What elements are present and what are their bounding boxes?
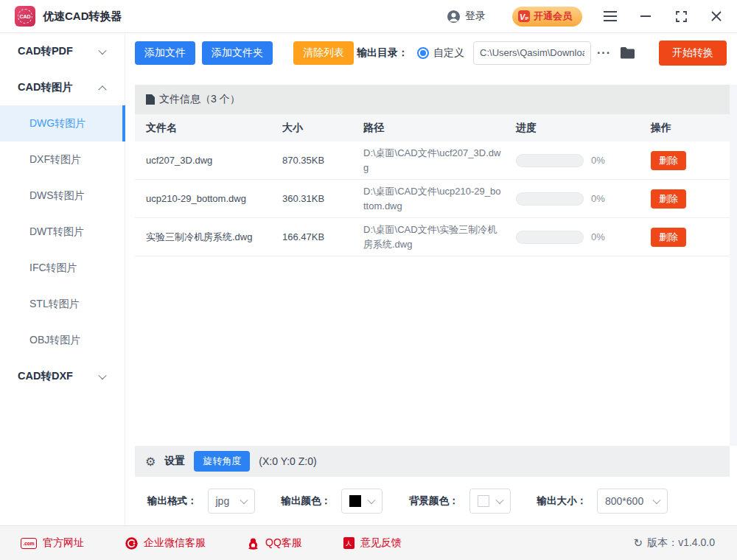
output-format-select[interactable]: jpg (208, 489, 255, 514)
file-name: ucp210-29_bottom.dwg (146, 187, 256, 211)
output-size-select[interactable]: 800*600 (597, 489, 668, 514)
file-info-band: 文件信息 （3 个） (135, 85, 730, 114)
start-convert-button[interactable]: 开始转换 (659, 41, 727, 66)
close-button[interactable] (709, 9, 724, 24)
chevron-down-icon (367, 496, 375, 504)
menu-button[interactable] (603, 9, 618, 24)
version-info: ↻ 版本：v1.4.0.0 (634, 536, 715, 550)
wechat-support-link[interactable]: 企业微信客服 (125, 536, 206, 550)
rotation-values: (X:0 Y:0 Z:0) (259, 455, 316, 467)
qq-support-link[interactable]: QQ客服 (247, 536, 302, 550)
nav-group-label: CAD转DXF (18, 369, 73, 383)
file-path: D:\桌面\CAD文件\实验三制冷机房系统.dwg (363, 218, 503, 256)
open-vip-button[interactable]: VIP 开通会员 (512, 7, 582, 27)
sidebar-item-obj-to-image[interactable]: OBJ转图片 (0, 322, 125, 358)
output-size-label: 输出大小： (537, 494, 587, 508)
output-color-label: 输出颜色： (282, 494, 332, 508)
minimize-icon (640, 15, 651, 17)
sidebar-item-dws-to-image[interactable]: DWS转图片 (0, 178, 125, 214)
sidebar-item-cad-to-pdf[interactable]: CAD转PDF (0, 33, 125, 69)
folder-icon (620, 46, 635, 59)
footer: .com 官方网址 企业微信客服 QQ客服 人 意见反馈 ↻ (0, 525, 737, 560)
delete-button[interactable]: 删除 (651, 151, 686, 170)
sidebar-item-ifc-to-image[interactable]: IFC转图片 (0, 250, 125, 286)
feedback-link[interactable]: 人 意见反馈 (343, 536, 402, 550)
login-button[interactable]: 登录 (447, 10, 486, 24)
official-website-link[interactable]: .com 官方网址 (21, 536, 84, 550)
file-info-count: （3 个） (200, 93, 240, 106)
sidebar-item-dwg-to-image[interactable]: DWG转图片 (0, 105, 125, 141)
close-icon (711, 11, 722, 21)
file-path: D:\桌面\CAD文件\ucp210-29_bottom.dwg (363, 180, 503, 217)
vip-badge-icon: VIP (518, 10, 530, 22)
clear-list-button[interactable]: 清除列表 (293, 41, 354, 65)
output-dir-label: 输出目录： (357, 46, 408, 60)
document-icon (146, 94, 155, 105)
table-header: 文件名 大小 路径 进度 操作 (135, 114, 730, 141)
table-row: ucp210-29_bottom.dwg 360.31KB D:\桌面\CAD文… (135, 180, 730, 218)
feedback-icon: 人 (343, 537, 354, 549)
col-size: 大小 (282, 122, 363, 135)
col-filename: 文件名 (146, 122, 282, 135)
browse-ellipsis-button[interactable]: ··· (597, 46, 611, 60)
output-size-value: 800*600 (605, 495, 643, 507)
sidebar-item-dxf-to-image[interactable]: DXF转图片 (0, 141, 125, 178)
rotate-angle-button[interactable]: 旋转角度 (194, 451, 250, 472)
settings-label: 设置 (164, 455, 185, 468)
chevron-down-icon (652, 496, 660, 504)
custom-dir-radio[interactable] (417, 47, 429, 59)
progress-label: 0% (591, 193, 605, 204)
color-swatch (349, 495, 361, 507)
output-format-label: 输出格式： (147, 494, 198, 508)
main-panel: 添加文件 添加文件夹 清除列表 输出目录： 自定义 ··· 开始转换 (125, 33, 737, 525)
col-progress: 进度 (516, 122, 651, 135)
vip-button-label: 开通会员 (534, 10, 572, 23)
nav-group-label: CAD转PDF (18, 44, 73, 58)
sidebar: CAD转PDF CAD转图片 DWG转图片 DXF转图片 DWS转图片 DWT转… (0, 33, 125, 525)
sidebar-item-stl-to-image[interactable]: STL转图片 (0, 286, 125, 322)
toolbar: 添加文件 添加文件夹 清除列表 输出目录： 自定义 ··· 开始转换 (125, 33, 737, 72)
output-path-input[interactable] (473, 41, 591, 65)
wechat-icon (125, 537, 138, 550)
progress-label: 0% (591, 155, 605, 166)
output-color-select[interactable] (341, 489, 383, 514)
gear-icon: ⚙ (145, 455, 156, 469)
app-logo-icon: CAD (15, 6, 35, 27)
table-row: ucf207_3D.dwg 870.35KB D:\桌面\CAD文件\ucf20… (135, 141, 730, 180)
app-window: CAD 优速CAD转换器 登录 VIP 开通会员 (0, 0, 737, 560)
chevron-down-icon (240, 496, 248, 504)
delete-button[interactable]: 删除 (651, 228, 686, 247)
user-icon (447, 10, 461, 24)
title-bar: CAD 优速CAD转换器 登录 VIP 开通会员 (0, 0, 737, 33)
nav-group-label: CAD转图片 (18, 80, 73, 94)
file-table-zone: 文件信息 （3 个） 文件名 大小 路径 进度 操作 ucf207_3D.dwg… (125, 72, 737, 446)
delete-button[interactable]: 删除 (651, 189, 686, 209)
sidebar-item-cad-to-dxf[interactable]: CAD转DXF (0, 358, 125, 394)
open-folder-button[interactable] (620, 46, 635, 59)
file-path: D:\桌面\CAD文件\ucf207_3D.dwg (363, 141, 503, 179)
col-action: 操作 (651, 122, 730, 135)
custom-dir-label: 自定义 (433, 46, 464, 60)
file-size: 166.47KB (282, 231, 363, 242)
website-icon: .com (21, 538, 37, 549)
minimize-button[interactable] (638, 9, 653, 24)
background-color-label: 背景颜色： (409, 494, 459, 508)
sidebar-item-cad-to-image[interactable]: CAD转图片 (0, 69, 125, 105)
hamburger-icon (604, 11, 617, 21)
add-folder-button[interactable]: 添加文件夹 (202, 41, 273, 65)
maximize-button[interactable] (674, 9, 688, 24)
chevron-down-icon (98, 371, 106, 379)
app-logo-text: CAD (18, 9, 32, 24)
sidebar-item-dwt-to-image[interactable]: DWT转图片 (0, 214, 125, 250)
progress-bar (516, 231, 584, 244)
background-color-select[interactable] (469, 489, 511, 514)
progress-label: 0% (591, 231, 605, 242)
file-size: 870.35KB (282, 155, 363, 166)
output-options-row: 输出格式： jpg 输出颜色： 背景颜色： 输出大小： (125, 477, 737, 525)
progress-bar (516, 154, 584, 167)
refresh-icon[interactable]: ↻ (634, 536, 643, 550)
version-text: 版本：v1.4.0.0 (647, 536, 715, 550)
file-info-title: 文件信息 (159, 93, 200, 106)
add-file-button[interactable]: 添加文件 (135, 41, 195, 65)
col-path: 路径 (363, 122, 516, 135)
